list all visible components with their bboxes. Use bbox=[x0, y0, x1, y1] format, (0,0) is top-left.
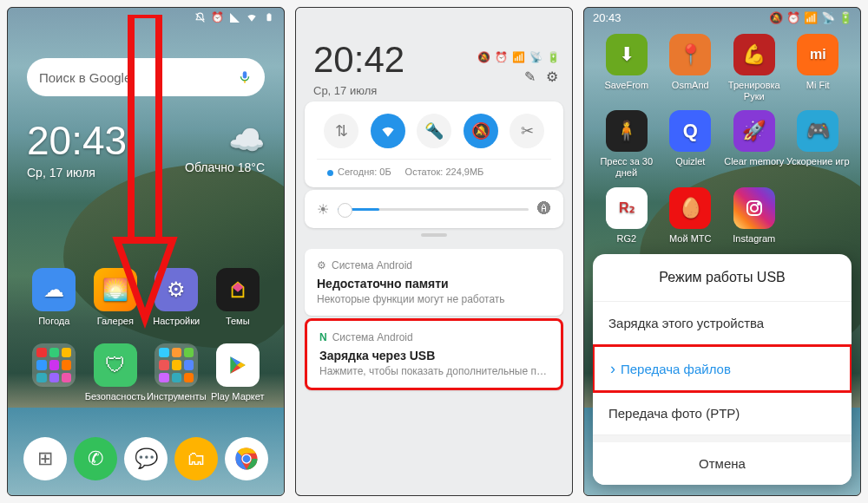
weather-icon: ☁️ bbox=[185, 122, 265, 157]
svg-rect-13 bbox=[131, 15, 159, 240]
qs-header: 20:42 Ср, 17 июля bbox=[313, 39, 555, 97]
svg-point-17 bbox=[751, 205, 758, 212]
signal-icon: 📶 bbox=[805, 11, 817, 23]
app-my-mts[interactable]: 🥚Мой МТС bbox=[659, 187, 723, 254]
svg-marker-5 bbox=[232, 283, 243, 292]
notif-title: Зарядка через USB bbox=[319, 349, 549, 363]
opt-ptp[interactable]: Передача фото (PTP) bbox=[593, 392, 852, 435]
edit-icon[interactable]: ✎ bbox=[524, 69, 536, 85]
android-icon: N bbox=[319, 331, 327, 343]
app-mifit[interactable]: miMi Fit bbox=[786, 34, 851, 101]
brightness-slider[interactable]: ☀ 🅐 bbox=[305, 190, 563, 228]
notification-low-memory[interactable]: ⚙Система Android Недостаточно памяти Нек… bbox=[305, 249, 563, 316]
dock-files[interactable]: 🗂 bbox=[174, 437, 218, 480]
app-rg2[interactable]: R₂RG2 bbox=[595, 187, 659, 254]
notification-usb-charging[interactable]: NСистема Android Зарядка через USB Нажми… bbox=[305, 318, 563, 390]
dock: ⊞ ✆ 💬 🗂 bbox=[8, 431, 284, 487]
app-arm-workout[interactable]: 💪Тренировка Руки bbox=[722, 34, 786, 101]
qs-toggles-card: ⇅ 🔦 🔕 ✂ Сегодня: 0Б Остаток: 224,9МБ bbox=[305, 101, 563, 187]
notif-subtitle: Нажмите, чтобы показать дополнительные п… bbox=[319, 365, 549, 377]
app-empty bbox=[786, 187, 851, 254]
svg-point-18 bbox=[758, 203, 760, 205]
qs-status-icons: 🔕 ⏰ 📶 📡 🔋 bbox=[477, 51, 560, 63]
qs-date: Ср, 17 июля bbox=[313, 84, 555, 97]
usb-mode-sheet: Режим работы USB Зарядка этого устройств… bbox=[593, 254, 852, 485]
notif-subtitle: Некоторые функции могут не работать bbox=[317, 293, 551, 305]
toggle-dnd[interactable]: 🔕 bbox=[464, 114, 498, 148]
app-folder-1[interactable] bbox=[23, 343, 85, 412]
wifi-icon bbox=[246, 11, 258, 23]
qs-data-usage: Сегодня: 0Б Остаток: 224,9МБ bbox=[317, 159, 551, 179]
battery-icon: 🔋 bbox=[547, 51, 560, 63]
alarm-icon: ⏰ bbox=[787, 11, 799, 23]
phone-home-screen: ⏰ Поиск в Google 20:43 Ср, 17 июля ☁️ Об… bbox=[7, 7, 285, 496]
weather-widget[interactable]: ☁️ Облачно 18°C bbox=[185, 122, 265, 174]
app-quizlet[interactable]: QQuizlet bbox=[659, 110, 723, 178]
sheet-cancel[interactable]: Отмена bbox=[593, 442, 852, 485]
app-abs-30[interactable]: 🧍Пресс за 30 дней bbox=[595, 110, 659, 178]
brightness-icon: ☀ bbox=[317, 201, 329, 218]
gear-icon: ⚙ bbox=[317, 259, 326, 271]
qs-tools: ✎ ⚙ bbox=[524, 69, 558, 85]
opt-charge-only[interactable]: Зарядка этого устройства bbox=[593, 302, 852, 345]
dock-messages[interactable]: 💬 bbox=[124, 437, 168, 480]
dock-phone[interactable]: ✆ bbox=[74, 437, 117, 480]
svg-point-12 bbox=[243, 455, 251, 463]
settings-icon[interactable]: ⚙ bbox=[546, 69, 558, 85]
drag-handle[interactable] bbox=[421, 233, 447, 237]
weather-cond: Облачно bbox=[185, 160, 234, 174]
battery-icon: 🔋 bbox=[839, 11, 852, 23]
status-time: 20:43 bbox=[593, 11, 621, 24]
sheet-title: Режим работы USB bbox=[593, 254, 852, 302]
annotation-arrow-down bbox=[110, 15, 180, 362]
silent-icon bbox=[194, 11, 206, 23]
svg-rect-2 bbox=[243, 71, 247, 78]
app-savefrom[interactable]: ⬇SaveFrom bbox=[595, 34, 659, 101]
toggle-flashlight[interactable]: 🔦 bbox=[417, 114, 451, 148]
app-themes[interactable]: Темы bbox=[207, 268, 269, 336]
wifi-icon: 📡 bbox=[822, 11, 834, 23]
app-instagram[interactable]: Instagram bbox=[722, 187, 786, 254]
app-osmand[interactable]: 📍OsmAnd bbox=[659, 34, 723, 101]
sheet-divider bbox=[593, 435, 852, 442]
app-grid: ⬇SaveFrom 📍OsmAnd 💪Тренировка Руки miMi … bbox=[584, 34, 860, 254]
signal-icon: 📶 bbox=[512, 51, 525, 63]
silent-icon: 🔕 bbox=[770, 11, 782, 23]
app-game-boost[interactable]: 🎮Ускорение игр bbox=[786, 110, 851, 178]
signal-icon bbox=[228, 11, 240, 23]
weather-temp: 18°C bbox=[238, 160, 265, 174]
status-bar: 20:43 🔕 ⏰ 📶 📡 🔋 bbox=[584, 8, 860, 27]
svg-rect-1 bbox=[268, 13, 271, 14]
wifi-icon: 📡 bbox=[529, 51, 542, 63]
mic-icon[interactable] bbox=[237, 69, 253, 85]
silent-icon: 🔕 bbox=[477, 51, 490, 63]
app-play-store[interactable]: Play Маркет bbox=[207, 343, 269, 412]
dock-chrome[interactable] bbox=[225, 437, 268, 480]
battery-icon bbox=[263, 11, 275, 23]
toggle-data[interactable]: ⇅ bbox=[324, 114, 358, 148]
phone-usb-dialog: 20:43 🔕 ⏰ 📶 📡 🔋 ⬇SaveFrom 📍OsmAnd 💪Трени… bbox=[583, 7, 861, 496]
alarm-icon: ⏰ bbox=[211, 11, 223, 23]
auto-brightness-icon[interactable]: 🅐 bbox=[537, 201, 551, 217]
notif-title: Недостаточно памяти bbox=[317, 277, 551, 291]
app-clear-memory[interactable]: 🚀Clear memory bbox=[722, 110, 786, 178]
dock-dialer[interactable]: ⊞ bbox=[23, 437, 67, 480]
phone-quick-settings: 20:42 Ср, 17 июля 🔕 ⏰ 📶 📡 🔋 ✎ ⚙ ⇅ 🔦 🔕 ✂ … bbox=[295, 7, 573, 496]
toggle-wifi[interactable] bbox=[371, 114, 405, 148]
opt-file-transfer[interactable]: Передача файлов bbox=[593, 344, 852, 393]
toggle-screenshot[interactable]: ✂ bbox=[510, 114, 544, 148]
svg-rect-0 bbox=[267, 14, 272, 21]
app-weather[interactable]: ☁Погода bbox=[23, 268, 85, 336]
alarm-icon: ⏰ bbox=[495, 51, 508, 63]
